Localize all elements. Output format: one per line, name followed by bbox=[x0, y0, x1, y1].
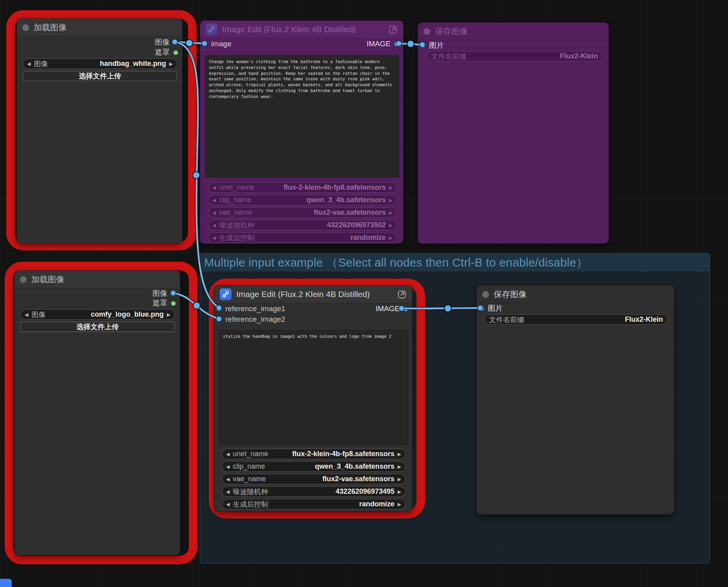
noise-seed-widget[interactable]: ◀ 噪波随机种 432262096973502 ▶ bbox=[208, 220, 397, 230]
node-image-edit-2[interactable]: Image Edit (Flux.2 Klein 4B Distilled) r… bbox=[214, 285, 413, 512]
output-slot-mask[interactable]: 遮罩 bbox=[155, 47, 178, 58]
node-title-bar[interactable]: 加载图像 bbox=[17, 19, 182, 36]
arrow-right-icon[interactable]: ▶ bbox=[398, 464, 401, 469]
arrow-right-icon[interactable]: ▶ bbox=[167, 312, 170, 317]
node-title-bar[interactable]: Image Edit (Flux.2 Klein 4B Distilled) bbox=[200, 21, 403, 38]
arrow-right-icon[interactable]: ▶ bbox=[389, 210, 393, 215]
filename-prefix-widget[interactable]: 文件名前缀 Flux2-Klein bbox=[427, 51, 602, 62]
output-slot-image[interactable]: 图像 bbox=[155, 37, 178, 47]
output-dot-icon[interactable] bbox=[171, 291, 176, 296]
image-combo-widget[interactable]: ◀ 图像 comfy_logo_blue.png ▶ bbox=[20, 309, 175, 320]
upload-file-button[interactable]: 选择文件上传 bbox=[23, 71, 177, 81]
node-load-image-1[interactable]: 加载图像 图像 遮罩 ◀ 图像 handbag_white.png ▶ 选择文件… bbox=[16, 18, 183, 243]
node-title-bar[interactable]: 加载图像 bbox=[14, 271, 180, 288]
input-dot-icon[interactable] bbox=[420, 43, 426, 48]
output-dot-icon[interactable] bbox=[171, 301, 176, 306]
arrow-left-icon[interactable]: ◀ bbox=[212, 185, 216, 190]
widget-label: clip_name bbox=[219, 196, 251, 204]
node-title: 保存图像 bbox=[494, 289, 527, 300]
arrow-left-icon[interactable]: ◀ bbox=[212, 210, 216, 215]
filename-prefix-widget[interactable]: 文件名前缀 Flux2-Klein bbox=[485, 314, 667, 325]
expand-icon[interactable] bbox=[397, 290, 407, 299]
vae-name-widget[interactable]: ◀ vae_name flux2-vae.safetensors ▶ bbox=[222, 474, 406, 484]
output-dot-icon[interactable] bbox=[403, 306, 408, 312]
arrow-right-icon[interactable]: ▶ bbox=[398, 502, 401, 507]
unet-name-widget[interactable]: ◀ unet_name flux-2-klein-4b-fp8.safetens… bbox=[222, 449, 406, 459]
collapse-dot-icon[interactable] bbox=[482, 291, 489, 298]
node-title-bar[interactable]: 保存图像 bbox=[418, 23, 608, 40]
group-titlebar[interactable]: Multiple input example （Select all nodes… bbox=[200, 254, 710, 272]
arrow-left-icon[interactable]: ◀ bbox=[212, 223, 216, 228]
collapse-dot-icon[interactable] bbox=[22, 24, 29, 31]
arrow-left-icon[interactable]: ◀ bbox=[226, 489, 230, 494]
arrow-right-icon[interactable]: ▶ bbox=[389, 236, 393, 240]
prompt-textarea[interactable]: Change the woman's clothing from the bat… bbox=[205, 55, 399, 178]
widget-label: 文件名前缀 bbox=[431, 52, 466, 61]
arrow-left-icon[interactable]: ◀ bbox=[226, 477, 230, 482]
arrow-left-icon[interactable]: ◀ bbox=[27, 62, 31, 66]
node-save-image-1[interactable]: 保存图像 图片 文件名前缀 Flux2-Klein bbox=[418, 22, 609, 244]
node-title: 保存图像 bbox=[435, 26, 468, 37]
arrow-right-icon[interactable]: ▶ bbox=[389, 185, 393, 190]
input-dot-icon[interactable] bbox=[203, 42, 208, 47]
arrow-right-icon[interactable]: ▶ bbox=[398, 477, 401, 482]
input-slot-reference-image2[interactable]: reference_image2 bbox=[217, 314, 285, 324]
output-label: 图像 bbox=[155, 37, 170, 47]
output-dot-icon[interactable] bbox=[394, 42, 399, 47]
widget-value: qwen_3_4b.safetensors bbox=[315, 462, 395, 471]
node-image-edit-1[interactable]: Image Edit (Flux.2 Klein 4B Distilled) i… bbox=[200, 20, 404, 244]
arrow-left-icon[interactable]: ◀ bbox=[226, 452, 230, 457]
output-dot-icon[interactable] bbox=[173, 50, 178, 55]
corner-toolbar-button[interactable] bbox=[0, 579, 12, 587]
control-after-generate-widget[interactable]: ◀ 生成后控制 randomize ▶ bbox=[222, 499, 406, 509]
node-title: Image Edit (Flux.2 Klein 4B Distilled) bbox=[236, 290, 370, 299]
arrow-right-icon[interactable]: ▶ bbox=[398, 452, 401, 457]
input-slot-image[interactable]: image bbox=[203, 39, 232, 49]
node-title: Image Edit (Flux.2 Klein 4B Distilled) bbox=[222, 25, 356, 34]
unet-name-widget[interactable]: ◀ unet_name flux-2-klein-4b-fp8.safetens… bbox=[208, 182, 397, 193]
arrow-left-icon[interactable]: ◀ bbox=[212, 198, 216, 203]
node-save-image-2[interactable]: 保存图像 图片 文件名前缀 Flux2-Klein bbox=[476, 285, 674, 515]
widget-label: 生成后控制 bbox=[219, 233, 254, 243]
prompt-textarea[interactable]: stylize the handbag in image1 with the c… bbox=[219, 330, 408, 445]
upload-file-button[interactable]: 选择文件上传 bbox=[20, 322, 175, 332]
input-dot-icon[interactable] bbox=[217, 317, 222, 322]
input-dot-icon[interactable] bbox=[479, 306, 484, 311]
node-load-image-2[interactable]: 加载图像 图像 遮罩 ◀ 图像 comfy_logo_blue.png ▶ 选择… bbox=[14, 270, 180, 555]
arrow-right-icon[interactable]: ▶ bbox=[169, 62, 173, 66]
arrow-left-icon[interactable]: ◀ bbox=[25, 312, 28, 317]
output-dot-icon[interactable] bbox=[173, 40, 178, 45]
input-slot-image[interactable]: 图片 bbox=[479, 303, 503, 313]
output-label: IMAGE bbox=[367, 40, 391, 48]
arrow-left-icon[interactable]: ◀ bbox=[226, 502, 230, 507]
collapse-dot-icon[interactable] bbox=[424, 28, 430, 35]
arrow-left-icon[interactable]: ◀ bbox=[226, 464, 230, 469]
expand-icon[interactable] bbox=[388, 25, 398, 34]
input-dot-icon[interactable] bbox=[217, 306, 222, 312]
node-title-bar[interactable]: 保存图像 bbox=[477, 286, 674, 303]
output-slot-image[interactable]: 图像 bbox=[152, 288, 176, 299]
noise-seed-widget[interactable]: ◀ 噪波随机种 432262096973495 ▶ bbox=[222, 486, 406, 497]
node-title-bar[interactable]: Image Edit (Flux.2 Klein 4B Distilled) bbox=[214, 286, 412, 303]
output-label: IMAGE bbox=[376, 304, 400, 313]
vae-name-widget[interactable]: ◀ vae_name flux2-vae.safetensors ▶ bbox=[208, 207, 397, 218]
widget-label: unet_name bbox=[219, 183, 254, 192]
widget-label: unet_name bbox=[233, 450, 268, 458]
widget-value: flux-2-klein-4b-fp8.safetensors bbox=[284, 183, 386, 192]
output-slot-image[interactable]: IMAGE bbox=[367, 39, 399, 49]
arrow-right-icon[interactable]: ▶ bbox=[389, 198, 393, 203]
clip-name-widget[interactable]: ◀ clip_name qwen_3_4b.safetensors ▶ bbox=[222, 461, 406, 472]
arrow-right-icon[interactable]: ▶ bbox=[389, 223, 393, 228]
output-slot-image[interactable]: IMAGE bbox=[376, 304, 408, 314]
collapse-dot-icon[interactable] bbox=[20, 276, 27, 283]
widget-value: handbag_white.png bbox=[100, 60, 166, 68]
clip-name-widget[interactable]: ◀ clip_name qwen_3_4b.safetensors ▶ bbox=[208, 195, 397, 205]
arrow-right-icon[interactable]: ▶ bbox=[398, 489, 401, 494]
image-combo-widget[interactable]: ◀ 图像 handbag_white.png ▶ bbox=[23, 58, 177, 69]
input-slot-reference-image1[interactable]: reference_image1 bbox=[217, 304, 285, 314]
control-after-generate-widget[interactable]: ◀ 生成后控制 randomize ▶ bbox=[208, 232, 397, 243]
widget-value: qwen_3_4b.safetensors bbox=[306, 196, 386, 204]
arrow-left-icon[interactable]: ◀ bbox=[212, 236, 216, 240]
output-slot-mask[interactable]: 遮罩 bbox=[152, 298, 176, 308]
input-slot-image[interactable]: 图片 bbox=[420, 40, 444, 51]
